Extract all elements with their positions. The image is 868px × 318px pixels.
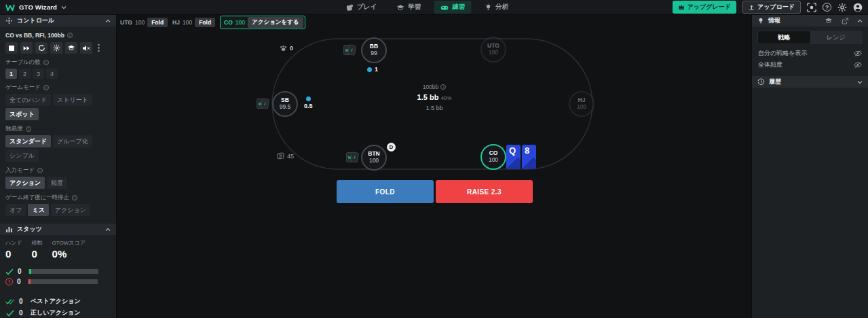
nav-practice[interactable]: 練習 (434, 1, 471, 14)
seat-sb: SB99.5 (272, 91, 298, 117)
nav-play[interactable]: プレイ (339, 1, 383, 14)
game-mode-all-hands[interactable]: 全てのハンド (5, 94, 51, 106)
pause-miss[interactable]: ミス (28, 204, 48, 216)
game-mode-street[interactable]: ストリート (53, 94, 92, 106)
chip-icon (306, 96, 311, 101)
hero-card-1: Q (506, 145, 521, 169)
spot-label: CO vs BB, RFI, 100bbi (5, 32, 111, 39)
dice-icon (345, 3, 354, 12)
info-icon[interactable]: i (37, 168, 43, 173)
input-mode-frequency[interactable]: 頻度 (47, 177, 67, 189)
chevron-up-icon[interactable] (105, 228, 111, 232)
tables-options: 1 2 3 4 (5, 69, 111, 79)
difficulty-grouped[interactable]: グループ化 (53, 135, 92, 147)
gear-icon-button[interactable] (50, 42, 62, 54)
seat-btn: BTN100 (361, 145, 387, 171)
fold-button[interactable]: FOLD (337, 180, 434, 203)
check-icon (5, 268, 14, 275)
utg-action-chip[interactable]: Fold (147, 18, 168, 27)
nav-analyze[interactable]: 分析 (478, 1, 514, 14)
pause-off[interactable]: オフ (5, 204, 26, 216)
move-icon (5, 17, 13, 24)
stat-hands: ハンド 0 (5, 239, 22, 260)
upload-button[interactable]: アップロード (742, 1, 801, 14)
control-buttons (5, 42, 111, 54)
info-icon[interactable]: i (43, 85, 49, 90)
help-icon[interactable]: ? (823, 3, 831, 12)
info-icon[interactable]: i (43, 60, 49, 65)
overall-frequency-row[interactable]: 全体頻度 (752, 59, 868, 71)
check-icon (5, 310, 14, 317)
tables-option-3[interactable]: 3 (33, 69, 44, 79)
poker-table-area: UTG 100 Fold HJ 100 Fold CO 100 アクションをする… (117, 15, 751, 318)
tables-option-4[interactable]: 4 (46, 69, 58, 79)
tables-label: テーブルの数i (5, 58, 111, 67)
bb-card-backs: W/ (343, 45, 356, 55)
info-header[interactable]: 情報 (752, 15, 868, 26)
history-utg: UTG 100 Fold (120, 18, 168, 27)
tab-strategy[interactable]: 戦略 (758, 31, 810, 43)
settings-gear-icon[interactable] (837, 3, 847, 12)
info-icon[interactable]: i (72, 195, 77, 200)
difficulty-standard[interactable]: スタンダード (5, 135, 51, 147)
card-back-icon: / (261, 98, 269, 109)
sb-bet: 0.5 (304, 96, 313, 109)
gto-wizard-logo-icon (5, 3, 15, 12)
correct-progress-bar (29, 269, 98, 274)
difficulty-simple[interactable]: シンプル (5, 149, 39, 162)
coach-cap-button[interactable] (65, 42, 77, 54)
external-link-icon[interactable] (842, 18, 848, 24)
focus-mode-icon[interactable] (807, 3, 816, 12)
tab-range[interactable]: レンジ (810, 31, 863, 43)
game-mode-spot[interactable]: スポット (5, 108, 39, 120)
account-icon[interactable] (853, 3, 863, 12)
chevron-up-icon[interactable] (857, 19, 863, 23)
game-mode-options: 全てのハンド ストリート スポット (5, 94, 111, 120)
eye-off-icon[interactable] (854, 61, 862, 69)
show-my-strategy-row[interactable]: 自分の戦略を表示 (752, 48, 868, 59)
crown-icon (678, 4, 685, 10)
input-mode-label: 入力モードi (5, 166, 111, 175)
tables-option-2[interactable]: 2 (19, 69, 31, 79)
input-mode-action[interactable]: アクション (5, 177, 45, 189)
sound-off-button[interactable] (80, 42, 92, 54)
chevron-down-icon[interactable] (857, 80, 863, 84)
chevron-up-icon[interactable] (105, 19, 111, 23)
eye-off-icon[interactable] (854, 50, 862, 57)
pause-label: ゲーム終了後に一時停止i (5, 194, 111, 202)
history-hj: HJ 100 Fold (172, 18, 215, 27)
input-mode-options: アクション 頻度 (5, 177, 111, 189)
nav-study[interactable]: 学習 (390, 1, 427, 14)
info-icon[interactable]: i (440, 84, 446, 90)
stop-button[interactable] (5, 42, 18, 54)
history-co-current[interactable]: CO 100 アクションをする (220, 16, 305, 29)
info-icon[interactable]: i (67, 33, 73, 38)
brand-name: GTO Wizard (19, 3, 57, 11)
top-bar: GTO Wizard プレイ 学習 練習 分析 (0, 0, 868, 15)
co-action-prompt: アクションをする (248, 17, 303, 28)
btn-card-backs: W/ (346, 152, 358, 162)
fast-forward-button[interactable] (20, 42, 33, 54)
hj-action-chip[interactable]: Fold (195, 18, 215, 27)
info-icon[interactable]: i (26, 126, 31, 132)
pause-action[interactable]: アクション (51, 204, 90, 216)
coach-cap-icon[interactable] (825, 18, 833, 24)
dealer-button: D (387, 143, 396, 152)
brand[interactable]: GTO Wizard (5, 3, 67, 12)
restart-button[interactable] (35, 42, 48, 54)
chip-icon (367, 67, 372, 72)
sb-card-backs: W/ (257, 99, 269, 109)
stats-header[interactable]: スタッツ (0, 224, 116, 235)
controls-header[interactable]: コントロール (0, 15, 116, 26)
seat-utg: UTG100 (480, 37, 506, 63)
wrong-bar-row: ! 0 (5, 278, 111, 285)
more-options-icon[interactable] (95, 43, 102, 52)
history-header[interactable]: 履歴 (752, 76, 868, 88)
raise-button[interactable]: RAISE 2.3 (436, 180, 533, 203)
bar-chart-icon (5, 226, 13, 233)
clock-history-icon (757, 78, 765, 86)
tables-option-1[interactable]: 1 (5, 69, 17, 79)
seat-hj: HJ100 (569, 91, 595, 117)
upgrade-button[interactable]: アップグレード (673, 1, 736, 14)
chevron-down-icon (61, 5, 67, 10)
